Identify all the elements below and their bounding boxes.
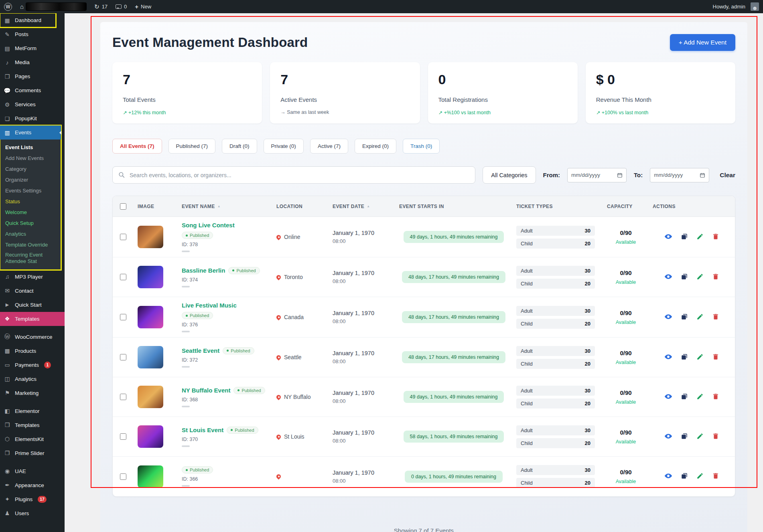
sidebar-item-analytics[interactable]: ◫Analytics [0, 372, 65, 386]
sidebar-item-metform[interactable]: ▤MetForm [0, 41, 65, 55]
delete-button[interactable] [711, 391, 720, 403]
sidebar-item-products[interactable]: ▩Products [0, 344, 65, 358]
sidebar-item-prime-slider[interactable]: ❐Prime Slider [0, 446, 65, 460]
row-checkbox[interactable] [120, 274, 126, 280]
row-checkbox[interactable] [120, 314, 126, 320]
edit-button[interactable] [695, 231, 705, 243]
delete-button[interactable] [711, 312, 720, 323]
delete-button[interactable] [711, 471, 720, 482]
event-name-link[interactable]: NY Buffalo Event [182, 387, 230, 394]
view-button[interactable] [663, 391, 674, 403]
sidebar-item-mp3-player[interactable]: ♫MP3 Player [0, 270, 65, 284]
column-header-event-date[interactable]: EVENT DATE▲ [329, 204, 395, 209]
sidebar-item-posts[interactable]: ✎Posts [0, 27, 65, 41]
filter-tab-draft-0[interactable]: Draft (0) [222, 139, 257, 154]
view-button[interactable] [663, 352, 674, 363]
sidebar-item-uae[interactable]: ◉UAE [0, 464, 65, 478]
delete-button[interactable] [711, 352, 720, 363]
submenu-item-add-new-events[interactable]: Add New Events [0, 153, 61, 164]
submenu-item-status[interactable]: Status [0, 196, 61, 207]
view-button[interactable] [663, 231, 674, 243]
edit-button[interactable] [695, 271, 705, 283]
filter-tab-published-7[interactable]: Published (7) [168, 139, 216, 154]
new-content-menu[interactable]: + New [131, 0, 155, 13]
row-checkbox[interactable] [120, 234, 126, 240]
event-name-link[interactable]: Seattle Event [182, 347, 219, 354]
from-date-input[interactable]: mm/dd/yyyy [567, 168, 627, 182]
edit-button[interactable] [695, 391, 705, 403]
filter-tab-expired-0[interactable]: Expired (0) [355, 139, 396, 154]
comments-indicator[interactable]: 0 [112, 0, 131, 13]
duplicate-button[interactable] [680, 271, 689, 283]
view-button[interactable] [663, 471, 674, 482]
account-menu[interactable]: Howdy, admin ☻ [709, 2, 763, 11]
submenu-item-organizer[interactable]: Organizer [0, 175, 61, 186]
duplicate-button[interactable] [680, 391, 689, 403]
sidebar-item-templates[interactable]: ❖Templates [0, 312, 65, 326]
to-date-input[interactable]: mm/dd/yyyy [650, 168, 709, 182]
sidebar-item-users[interactable]: ♟Users [0, 506, 65, 520]
sidebar-item-pages[interactable]: ❒Pages [0, 69, 65, 83]
delete-button[interactable] [711, 431, 720, 443]
edit-button[interactable] [695, 431, 705, 443]
row-checkbox[interactable] [120, 473, 126, 480]
search-input[interactable] [112, 166, 475, 184]
duplicate-button[interactable] [680, 231, 689, 243]
sidebar-item-templates[interactable]: ❒Templates [0, 418, 65, 432]
sidebar-item-appearance[interactable]: ✒Appearance [0, 478, 65, 492]
filter-tab-active-7[interactable]: Active (7) [310, 139, 348, 154]
edit-button[interactable] [695, 471, 705, 482]
edit-button[interactable] [695, 312, 705, 323]
duplicate-button[interactable] [680, 431, 689, 443]
event-name-link[interactable]: Live Festival Music [182, 302, 237, 309]
submenu-item-event-lists[interactable]: Event Lists [0, 142, 61, 153]
submenu-item-recurring-event-attendee-stat[interactable]: Recurring Event Attendee Stat [0, 251, 61, 266]
column-header-event-name[interactable]: EVENT NAME▲ [178, 204, 272, 209]
view-button[interactable] [663, 431, 674, 443]
sidebar-item-payments[interactable]: ▭Payments1 [0, 358, 65, 372]
submenu-item-quick-setup[interactable]: Quick Setup [0, 218, 61, 229]
delete-button[interactable] [711, 231, 720, 243]
event-name-link[interactable]: St Louis Event [182, 427, 223, 433]
row-checkbox[interactable] [120, 354, 126, 360]
wordpress-menu[interactable]: W [0, 0, 16, 13]
sidebar-item-contact[interactable]: ✉Contact [0, 284, 65, 298]
sidebar-item-dashboard[interactable]: ▦Dashboard [0, 13, 56, 27]
updates-indicator[interactable]: ↻ 17 [90, 0, 112, 13]
filter-tab-private-0[interactable]: Private (0) [264, 139, 304, 154]
delete-button[interactable] [711, 271, 720, 283]
submenu-item-template-override[interactable]: Template Override [0, 240, 61, 251]
view-button[interactable] [663, 271, 674, 283]
filter-tab-all-events-7[interactable]: All Events (7) [112, 139, 162, 154]
sidebar-item-events[interactable]: ▥Events [0, 125, 61, 140]
submenu-item-category[interactable]: Category [0, 164, 61, 175]
sidebar-item-media[interactable]: ♪Media [0, 55, 65, 69]
sidebar-item-quick-start[interactable]: ►Quick Start [0, 298, 65, 312]
submenu-item-welcome[interactable]: Welcome [0, 207, 61, 218]
site-link[interactable]: ⌂ [16, 0, 90, 13]
row-checkbox[interactable] [120, 394, 126, 400]
submenu-item-events-settings[interactable]: Events Settings [0, 186, 61, 196]
event-name-link[interactable]: Bassline Berlin [182, 267, 225, 274]
view-button[interactable] [663, 312, 674, 323]
edit-button[interactable] [695, 352, 705, 363]
sidebar-item-woocommerce[interactable]: ⓌWooCommerce [0, 330, 65, 344]
select-all-checkbox[interactable] [120, 203, 126, 210]
duplicate-button[interactable] [680, 471, 689, 482]
submenu-item-analytics[interactable]: Analytics [0, 229, 61, 240]
sidebar-item-comments[interactable]: 💬Comments [0, 83, 65, 97]
sidebar-item-popupkit[interactable]: ❏PopupKit [0, 111, 65, 125]
row-checkbox[interactable] [120, 433, 126, 440]
event-name-link[interactable]: Song Live Contest [182, 222, 235, 229]
sidebar-item-marketing[interactable]: ⚑Marketing [0, 386, 65, 400]
filter-tab-trash-0[interactable]: Trash (0) [403, 139, 440, 154]
duplicate-button[interactable] [680, 312, 689, 323]
sidebar-item-plugins[interactable]: ✦Plugins17 [0, 492, 65, 506]
categories-dropdown[interactable]: All Categories [483, 166, 536, 184]
sidebar-item-services[interactable]: ⚙Services [0, 97, 65, 111]
clear-filters-button[interactable]: Clear [720, 172, 735, 179]
sidebar-item-elementor[interactable]: ◧Elementor [0, 404, 65, 418]
duplicate-button[interactable] [680, 352, 689, 363]
add-new-event-button[interactable]: + Add New Event [670, 34, 735, 51]
sidebar-item-elementskit[interactable]: ⬡ElementsKit [0, 432, 65, 446]
